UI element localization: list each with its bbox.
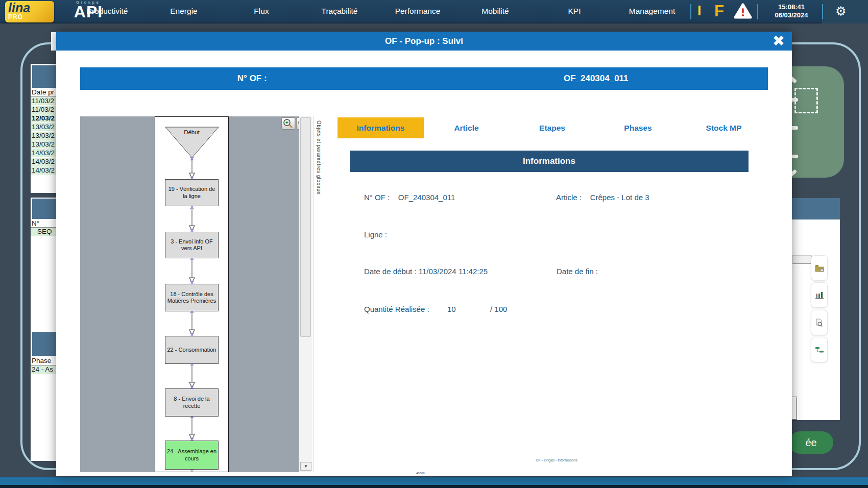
- table-row[interactable]: SEQ: [31, 228, 57, 236]
- flow-node-step[interactable]: 3 - Envoi info OF vers API: [165, 232, 219, 258]
- nav-item-energie[interactable]: Energie: [146, 7, 222, 16]
- flow-node-step[interactable]: 8 - Envoi de la recette: [165, 388, 219, 417]
- date-debut-field: Date de début : 11/03/2024 11:42:25: [364, 267, 488, 276]
- of-field-value: OF_240304_011: [398, 193, 455, 202]
- date-debut-label: Date de début :: [364, 267, 417, 276]
- logo-groupe-text: Groupe: [60, 1, 116, 4]
- open-folder-button[interactable]: [811, 255, 828, 281]
- popup-footer-code: 40660: [416, 472, 425, 475]
- flow-node-step[interactable]: 19 - Vérification de la ligne: [165, 179, 219, 206]
- scrollbar-thumb[interactable]: [300, 117, 311, 337]
- nav-item-productivite[interactable]: Productivité: [69, 7, 146, 16]
- date-fin-field: Date de fin :: [557, 267, 598, 276]
- flow-node-step[interactable]: 22 - Consommation: [165, 336, 219, 364]
- popup-title: OF - Pop-up : Suivi: [56, 32, 792, 51]
- flow-node-start[interactable]: Début: [165, 129, 219, 135]
- of-suivi-popup: OF - Pop-up : Suivi ✖ N° OF : OF_240304_…: [56, 32, 792, 476]
- cropped-field-edge: [792, 397, 797, 420]
- zoom-in-button[interactable]: [281, 117, 295, 130]
- of-field-label: N° OF :: [364, 193, 390, 202]
- chart-button[interactable]: [811, 282, 828, 308]
- hierarchy-button[interactable]: [811, 337, 828, 362]
- informations-section-header: Informations: [350, 151, 749, 172]
- popup-footer-note: OF - Onglet - Informations: [511, 458, 602, 462]
- clock: 15:08:41 06/03/2024: [764, 3, 818, 19]
- phase-panel-header: [32, 332, 57, 356]
- table-row[interactable]: 24 - As: [31, 365, 57, 375]
- nav-item-management[interactable]: Management: [614, 7, 690, 16]
- lina-pro-logo: lina PRO: [5, 1, 54, 22]
- of-number-bar: N° OF : OF_240304_011: [80, 67, 768, 90]
- flowchart-lane: Début 19 - Vérification de la ligne 3 - …: [155, 116, 229, 472]
- top-navbar: lina PRO Groupe API Productivité Energie…: [0, 0, 868, 23]
- nav-item-tracabilite[interactable]: Traçabilité: [301, 7, 378, 16]
- objects-parameters-strip[interactable]: Objets et paramètres globaux: [313, 116, 324, 472]
- bar-chart-icon: [815, 291, 824, 299]
- flow-node-step[interactable]: 18 - Contrôle des Matières Premières: [165, 284, 219, 311]
- objects-parameters-label: Objets et paramètres globaux: [316, 120, 322, 194]
- clock-date: 06/03/2024: [764, 11, 818, 19]
- ligne-field-label: Ligne :: [364, 230, 387, 239]
- table-row[interactable]: 13/03/2: [31, 132, 57, 140]
- hierarchy-icon: [815, 346, 824, 354]
- alert-warning-icon[interactable]: [734, 3, 752, 19]
- nav-separator: [822, 4, 823, 19]
- phase-column-header: Phase: [31, 356, 57, 365]
- zoom-in-icon: [282, 118, 295, 129]
- nav-item-flux[interactable]: Flux: [223, 7, 300, 16]
- nav-item-kpi[interactable]: KPI: [536, 7, 613, 16]
- validated-quantity-button[interactable]: ée: [789, 431, 833, 454]
- table-row-selected[interactable]: 12/03/2: [31, 114, 57, 123]
- tab-phases[interactable]: Phases: [595, 117, 681, 138]
- tab-informations[interactable]: Informations: [337, 117, 424, 138]
- of-number-label: N° OF :: [80, 67, 424, 90]
- tab-stock-mp[interactable]: Stock MP: [681, 117, 767, 138]
- scrollbar-down-icon[interactable]: ▼: [300, 462, 311, 471]
- dashed-node-shape: [794, 88, 818, 113]
- table-row[interactable]: 11/03/2: [31, 97, 57, 106]
- tab-etapes[interactable]: Etapes: [509, 117, 595, 138]
- sequence-panel: [31, 198, 57, 461]
- planning-column-header: Date pr: [31, 88, 57, 97]
- tab-article[interactable]: Article: [423, 117, 510, 138]
- nav-item-mobilite[interactable]: Mobilité: [457, 7, 534, 16]
- right-panel-header: [792, 198, 840, 219]
- date-fin-label: Date de fin :: [557, 267, 598, 276]
- gear-icon[interactable]: ⚙: [835, 4, 847, 18]
- nav-separator: [690, 4, 691, 19]
- quantity-total: / 100: [490, 305, 507, 313]
- green-button-label: ée: [805, 437, 816, 449]
- nav-separator: [757, 4, 758, 19]
- table-row[interactable]: 14/03/2: [31, 149, 57, 158]
- table-row[interactable]: 13/03/2: [31, 123, 57, 132]
- flow-node-step-active[interactable]: 24 - Assemblage en cours: [165, 441, 219, 470]
- application-window: Date pr 11/03/2 11/03/2 12/03/2 13/03/2 …: [0, 0, 868, 488]
- indicator-i: I: [697, 3, 702, 19]
- bottom-edge: [0, 485, 868, 488]
- table-row[interactable]: 14/03/2: [31, 166, 57, 175]
- folder-edit-icon: [815, 264, 824, 272]
- table-row[interactable]: 11/03/2: [31, 106, 57, 114]
- date-debut-value: 11/03/2024 11:42:25: [419, 267, 488, 276]
- sequence-column-header: N°: [31, 219, 57, 228]
- table-row[interactable]: 13/03/2: [31, 140, 57, 149]
- table-row[interactable]: 14/03/2: [31, 158, 57, 166]
- nav-item-performance[interactable]: Performance: [379, 7, 456, 16]
- logo-lina-text: lina: [8, 2, 51, 14]
- of-field: N° OF : OF_240304_011: [364, 193, 455, 202]
- indicator-f: F: [714, 2, 724, 20]
- article-field-label: Article :: [556, 193, 582, 202]
- flowchart-scrollbar[interactable]: ▼: [299, 116, 312, 472]
- bottom-bar: [0, 477, 868, 485]
- ligne-field: Ligne :: [364, 230, 387, 239]
- right-panel-tab[interactable]: [792, 255, 812, 264]
- quantity-value: 10: [447, 305, 456, 313]
- of-number-value: OF_240304_011: [424, 67, 768, 90]
- sequence-panel-header: [32, 199, 57, 219]
- close-icon[interactable]: ✖: [769, 32, 788, 50]
- article-field-value: Crêpes - Lot de 3: [590, 193, 649, 202]
- quantity-label: Quantité Réalisée :: [364, 305, 429, 313]
- quantity-field: Quantité Réalisée :: [364, 305, 429, 313]
- document-search-icon: [815, 319, 824, 327]
- preview-search-button[interactable]: [811, 310, 828, 335]
